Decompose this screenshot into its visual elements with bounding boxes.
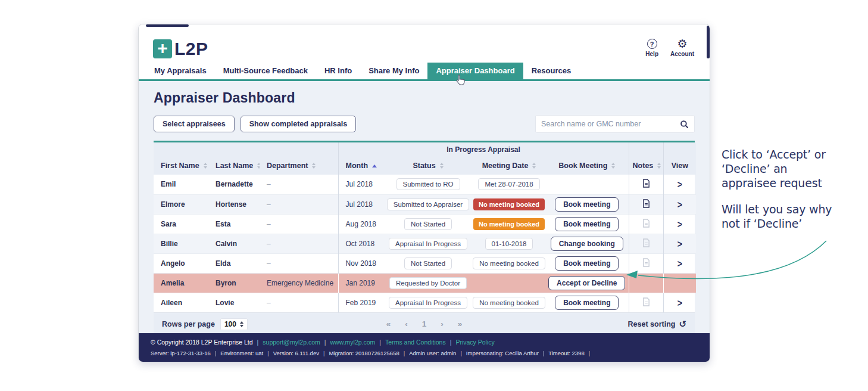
view-chevron-icon[interactable]: >	[677, 238, 682, 249]
book-meeting-button[interactable]: Book meeting	[555, 256, 619, 271]
header-actions: ? Help ⚙ Account	[645, 39, 694, 57]
rows-per-page-select[interactable]: 100	[220, 318, 248, 330]
view-chevron-icon[interactable]: >	[677, 218, 682, 229]
sort-icon[interactable]	[312, 163, 316, 169]
tab-hr-info[interactable]: HR Info	[316, 63, 360, 79]
cell-view: >	[663, 194, 696, 214]
server-info-segment: Migration: 20180726125658	[329, 350, 399, 356]
first-page-button[interactable]: «	[386, 319, 391, 328]
meeting-date-pill: No meeting booked	[473, 257, 545, 269]
annotation-line: not if ‘Decline’	[722, 217, 868, 231]
footer-link-terms-and-conditions[interactable]: Terms and Conditions	[385, 339, 446, 346]
l2p-logo: + L2P	[153, 39, 208, 59]
column-label: Department	[267, 162, 308, 170]
gear-icon: ⚙	[677, 39, 687, 49]
footer-separator: |	[539, 350, 548, 356]
table-row-amelia-byron: AmeliaByronEmergency MedicineJan 2019Req…	[154, 273, 696, 293]
column-header-last-name: Last Name	[208, 156, 260, 175]
rows-per-page-label: Rows per page	[162, 320, 215, 328]
footer-link-www-myl2p-com[interactable]: www.myl2p.com	[330, 339, 376, 346]
cell-first-name: Angelo	[154, 253, 208, 273]
app-header: + L2P ? Help ⚙ Account	[139, 24, 710, 63]
footer-line-2: Server: ip-172-31-33-16|Environment: uat…	[151, 350, 698, 356]
sort-icon[interactable]	[532, 163, 536, 169]
column-label: Month	[346, 162, 368, 170]
footer-separator: |	[263, 350, 273, 356]
sort-icon[interactable]	[204, 163, 207, 169]
page-number-1-button[interactable]: 1	[422, 319, 427, 328]
meeting-date-pill: Met 28-07-2018	[478, 178, 539, 190]
notes-document-icon[interactable]	[642, 179, 650, 190]
view-chevron-icon[interactable]: >	[677, 198, 682, 209]
scrollbar-thumb[interactable]	[707, 26, 710, 58]
reset-sorting-button[interactable]: Reset sorting ↺	[628, 319, 686, 330]
sort-up-arrow	[257, 163, 260, 165]
cell-book-meeting: Book meeting	[545, 293, 629, 312]
stepper-icon	[240, 321, 243, 327]
screenshot-canvas: + L2P ? Help ⚙ Account My AppraisalsMult…	[0, 0, 868, 391]
cell-book-meeting: Change booking	[545, 234, 629, 253]
cell-last-name: Bernadette	[208, 175, 260, 194]
cell-view: >	[663, 214, 696, 234]
column-header-view: View	[663, 156, 696, 175]
cell-first-name: Billie	[154, 234, 208, 253]
last-page-button[interactable]: »	[458, 319, 463, 328]
scroll-indicator-top	[146, 24, 189, 27]
notes-document-icon[interactable]	[642, 199, 650, 210]
cell-status: Appraisal In Progress	[383, 234, 473, 253]
tab-resources[interactable]: Resources	[523, 63, 579, 79]
column-header-first-name: First Name	[154, 156, 208, 175]
cell-department: –	[260, 234, 338, 253]
annotation-line: Click to ‘Accept’ or	[722, 148, 868, 162]
change-booking-button[interactable]: Change booking	[551, 237, 623, 251]
cell-view	[663, 273, 696, 293]
annotation-line: ‘Decline’ an	[722, 162, 868, 176]
search-input[interactable]	[541, 120, 680, 128]
view-chevron-icon[interactable]: >	[677, 297, 682, 308]
cell-department: –	[260, 194, 338, 214]
sort-ascending-icon[interactable]	[372, 165, 377, 167]
table-group-header-row: In Progress Appraisal	[154, 142, 696, 156]
footer-separator: |	[375, 339, 385, 346]
prev-page-button[interactable]: ‹	[405, 319, 408, 328]
cell-meeting-date	[473, 273, 545, 293]
sort-icon[interactable]	[657, 163, 661, 169]
account-button[interactable]: ⚙ Account	[670, 39, 694, 57]
view-chevron-icon[interactable]: >	[677, 257, 682, 268]
cell-meeting-date: No meeting booked	[473, 194, 545, 214]
footer-link-privacy-policy[interactable]: Privacy Policy	[455, 339, 494, 346]
sort-icon[interactable]	[440, 163, 444, 169]
book-meeting-button[interactable]: Book meeting	[555, 217, 619, 231]
accept-or-decline-button[interactable]: Accept or Decline	[548, 276, 625, 290]
help-button[interactable]: ? Help	[645, 39, 658, 57]
next-page-button[interactable]: ›	[441, 319, 444, 328]
notes-document-icon	[642, 258, 650, 269]
sort-icon[interactable]	[257, 163, 260, 169]
book-meeting-button[interactable]: Book meeting	[555, 197, 619, 212]
column-label: Book Meeting	[558, 162, 607, 170]
sort-icon[interactable]	[611, 163, 615, 169]
tab-appraiser-dashboard[interactable]: Appraiser Dashboard	[427, 63, 523, 79]
book-meeting-button[interactable]: Book meeting	[555, 296, 619, 310]
server-info-segment: Timeout: 2398	[548, 350, 584, 356]
main-nav: My AppraisalsMulti-Source FeedbackHR Inf…	[139, 63, 710, 81]
cell-notes	[629, 253, 663, 273]
footer-link-support-myl2p-com[interactable]: support@myl2p.com	[263, 339, 320, 346]
footer-separator: |	[253, 339, 263, 346]
cell-view: >	[663, 253, 696, 273]
search-icon[interactable]	[680, 120, 689, 129]
view-chevron-icon[interactable]: >	[677, 179, 682, 190]
select-appraisees-button[interactable]: Select appraisees	[154, 116, 235, 132]
show-completed-appraisals-button[interactable]: Show completed appraisals	[241, 116, 357, 132]
tab-my-appraisals[interactable]: My Appraisals	[146, 63, 215, 79]
annotation-note: Click to ‘Accept’ or‘Decline’ anappraise…	[722, 148, 868, 231]
tab-multi-source-feedback[interactable]: Multi-Source Feedback	[215, 63, 316, 79]
status-pill: Requested by Doctor	[389, 277, 467, 289]
cell-last-name: Calvin	[208, 234, 260, 253]
cell-last-name: Hortense	[208, 194, 260, 214]
footer-separator: |	[456, 350, 466, 356]
cell-book-meeting: Book meeting	[545, 253, 629, 273]
no-meeting-badge: No meeting booked	[473, 218, 545, 230]
tab-share-my-info[interactable]: Share My Info	[360, 63, 427, 79]
cell-book-meeting: Book meeting	[545, 194, 629, 214]
